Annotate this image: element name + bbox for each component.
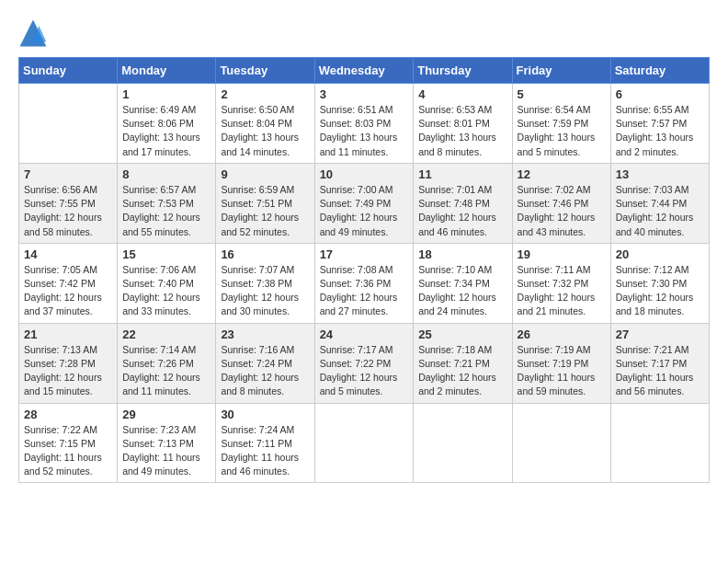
weekday-header-tuesday: Tuesday — [216, 58, 314, 84]
day-number: 4 — [418, 87, 506, 101]
day-number: 25 — [418, 327, 506, 341]
calendar-cell: 28Sunrise: 7:22 AM Sunset: 7:15 PM Dayli… — [19, 403, 118, 483]
day-number: 20 — [616, 247, 704, 261]
day-info: Sunrise: 7:07 AM Sunset: 7:38 PM Dayligh… — [221, 263, 309, 319]
day-number: 27 — [616, 327, 704, 341]
day-info: Sunrise: 7:06 AM Sunset: 7:40 PM Dayligh… — [122, 263, 210, 319]
day-number: 10 — [320, 167, 409, 181]
calendar-week-1: 1Sunrise: 6:49 AM Sunset: 8:06 PM Daylig… — [19, 84, 710, 164]
day-info: Sunrise: 7:01 AM Sunset: 7:48 PM Dayligh… — [418, 183, 506, 239]
day-info: Sunrise: 7:11 AM Sunset: 7:32 PM Dayligh… — [518, 263, 606, 319]
day-number: 17 — [320, 247, 409, 261]
day-number: 21 — [24, 327, 112, 341]
svg-marker-0 — [20, 20, 47, 47]
day-number: 16 — [221, 247, 309, 261]
day-info: Sunrise: 7:03 AM Sunset: 7:44 PM Dayligh… — [616, 183, 704, 239]
calendar-cell: 21Sunrise: 7:13 AM Sunset: 7:28 PM Dayli… — [19, 323, 118, 403]
calendar-cell: 30Sunrise: 7:24 AM Sunset: 7:11 PM Dayli… — [216, 403, 314, 483]
day-number: 15 — [122, 247, 210, 261]
day-number: 7 — [24, 167, 112, 181]
day-number: 28 — [24, 408, 112, 421]
calendar-week-4: 21Sunrise: 7:13 AM Sunset: 7:28 PM Dayli… — [19, 323, 710, 403]
calendar-cell: 15Sunrise: 7:06 AM Sunset: 7:40 PM Dayli… — [118, 243, 216, 323]
day-info: Sunrise: 7:22 AM Sunset: 7:15 PM Dayligh… — [24, 423, 112, 479]
calendar-cell: 6Sunrise: 6:55 AM Sunset: 7:57 PM Daylig… — [610, 84, 709, 164]
calendar-cell: 29Sunrise: 7:23 AM Sunset: 7:13 PM Dayli… — [118, 403, 216, 483]
calendar-cell: 9Sunrise: 6:59 AM Sunset: 7:51 PM Daylig… — [216, 163, 314, 243]
weekday-header-sunday: Sunday — [19, 58, 118, 84]
day-number: 11 — [418, 167, 506, 181]
day-info: Sunrise: 7:14 AM Sunset: 7:26 PM Dayligh… — [122, 343, 210, 399]
day-number: 30 — [221, 408, 309, 421]
calendar-cell: 5Sunrise: 6:54 AM Sunset: 7:59 PM Daylig… — [512, 84, 610, 164]
calendar-cell: 17Sunrise: 7:08 AM Sunset: 7:36 PM Dayli… — [314, 243, 414, 323]
day-number: 6 — [616, 87, 704, 101]
day-number: 9 — [221, 167, 309, 181]
logo-icon — [18, 18, 48, 48]
calendar-cell: 18Sunrise: 7:10 AM Sunset: 7:34 PM Dayli… — [414, 243, 512, 323]
page-header — [18, 18, 710, 48]
calendar-cell: 16Sunrise: 7:07 AM Sunset: 7:38 PM Dayli… — [216, 243, 314, 323]
weekday-header-row: SundayMondayTuesdayWednesdayThursdayFrid… — [19, 58, 710, 84]
day-number: 24 — [320, 327, 409, 341]
calendar-cell: 1Sunrise: 6:49 AM Sunset: 8:06 PM Daylig… — [118, 84, 216, 164]
calendar-cell — [414, 403, 512, 483]
calendar-cell — [610, 403, 709, 483]
day-number: 5 — [518, 87, 606, 101]
day-number: 22 — [122, 327, 210, 341]
calendar-cell: 26Sunrise: 7:19 AM Sunset: 7:19 PM Dayli… — [512, 323, 610, 403]
day-info: Sunrise: 7:00 AM Sunset: 7:49 PM Dayligh… — [320, 183, 409, 239]
calendar-cell — [512, 403, 610, 483]
day-info: Sunrise: 6:53 AM Sunset: 8:01 PM Dayligh… — [418, 103, 506, 159]
day-info: Sunrise: 7:08 AM Sunset: 7:36 PM Dayligh… — [320, 263, 409, 319]
calendar-cell — [19, 84, 118, 164]
day-number: 12 — [518, 167, 606, 181]
calendar-cell — [314, 403, 414, 483]
day-info: Sunrise: 6:59 AM Sunset: 7:51 PM Dayligh… — [221, 183, 309, 239]
day-number: 8 — [122, 167, 210, 181]
calendar-cell: 8Sunrise: 6:57 AM Sunset: 7:53 PM Daylig… — [118, 163, 216, 243]
weekday-header-thursday: Thursday — [414, 58, 512, 84]
day-number: 13 — [616, 167, 704, 181]
day-info: Sunrise: 7:19 AM Sunset: 7:19 PM Dayligh… — [518, 343, 606, 399]
day-info: Sunrise: 7:18 AM Sunset: 7:21 PM Dayligh… — [418, 343, 506, 399]
day-info: Sunrise: 6:50 AM Sunset: 8:04 PM Dayligh… — [221, 103, 309, 159]
calendar-cell: 22Sunrise: 7:14 AM Sunset: 7:26 PM Dayli… — [118, 323, 216, 403]
calendar-cell: 3Sunrise: 6:51 AM Sunset: 8:03 PM Daylig… — [314, 84, 414, 164]
day-number: 18 — [418, 247, 506, 261]
day-number: 1 — [122, 87, 210, 101]
calendar-week-5: 28Sunrise: 7:22 AM Sunset: 7:15 PM Dayli… — [19, 403, 710, 483]
day-number: 29 — [122, 408, 210, 421]
calendar-table: SundayMondayTuesdayWednesdayThursdayFrid… — [18, 57, 710, 483]
calendar-week-2: 7Sunrise: 6:56 AM Sunset: 7:55 PM Daylig… — [19, 163, 710, 243]
day-number: 19 — [518, 247, 606, 261]
day-number: 3 — [320, 87, 409, 101]
calendar-cell: 24Sunrise: 7:17 AM Sunset: 7:22 PM Dayli… — [314, 323, 414, 403]
day-info: Sunrise: 7:05 AM Sunset: 7:42 PM Dayligh… — [24, 263, 112, 319]
day-info: Sunrise: 7:24 AM Sunset: 7:11 PM Dayligh… — [221, 423, 309, 479]
day-info: Sunrise: 6:49 AM Sunset: 8:06 PM Dayligh… — [122, 103, 210, 159]
weekday-header-saturday: Saturday — [610, 58, 709, 84]
day-info: Sunrise: 7:02 AM Sunset: 7:46 PM Dayligh… — [518, 183, 606, 239]
day-info: Sunrise: 6:57 AM Sunset: 7:53 PM Dayligh… — [122, 183, 210, 239]
calendar-cell: 14Sunrise: 7:05 AM Sunset: 7:42 PM Dayli… — [19, 243, 118, 323]
day-info: Sunrise: 7:10 AM Sunset: 7:34 PM Dayligh… — [418, 263, 506, 319]
weekday-header-wednesday: Wednesday — [314, 58, 414, 84]
logo — [18, 18, 51, 48]
calendar-cell: 20Sunrise: 7:12 AM Sunset: 7:30 PM Dayli… — [610, 243, 709, 323]
day-info: Sunrise: 7:23 AM Sunset: 7:13 PM Dayligh… — [122, 423, 210, 479]
day-info: Sunrise: 7:13 AM Sunset: 7:28 PM Dayligh… — [24, 343, 112, 399]
day-info: Sunrise: 7:16 AM Sunset: 7:24 PM Dayligh… — [221, 343, 309, 399]
calendar-cell: 4Sunrise: 6:53 AM Sunset: 8:01 PM Daylig… — [414, 84, 512, 164]
calendar-cell: 11Sunrise: 7:01 AM Sunset: 7:48 PM Dayli… — [414, 163, 512, 243]
day-info: Sunrise: 6:55 AM Sunset: 7:57 PM Dayligh… — [616, 103, 704, 159]
calendar-week-3: 14Sunrise: 7:05 AM Sunset: 7:42 PM Dayli… — [19, 243, 710, 323]
day-number: 2 — [221, 87, 309, 101]
day-info: Sunrise: 7:12 AM Sunset: 7:30 PM Dayligh… — [616, 263, 704, 319]
calendar-cell: 10Sunrise: 7:00 AM Sunset: 7:49 PM Dayli… — [314, 163, 414, 243]
calendar-cell: 7Sunrise: 6:56 AM Sunset: 7:55 PM Daylig… — [19, 163, 118, 243]
weekday-header-monday: Monday — [118, 58, 216, 84]
day-number: 14 — [24, 247, 112, 261]
weekday-header-friday: Friday — [512, 58, 610, 84]
day-info: Sunrise: 7:21 AM Sunset: 7:17 PM Dayligh… — [616, 343, 704, 399]
